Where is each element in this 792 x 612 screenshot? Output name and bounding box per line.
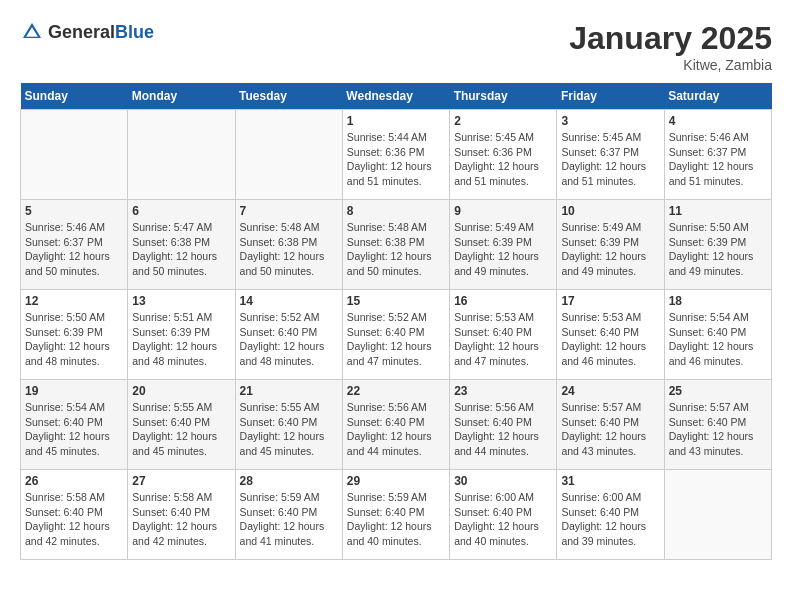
day-info: Sunrise: 5:52 AMSunset: 6:40 PMDaylight:… [347, 310, 445, 369]
day-number: 28 [240, 474, 338, 488]
week-row-2: 5Sunrise: 5:46 AMSunset: 6:37 PMDaylight… [21, 200, 772, 290]
weekday-header-tuesday: Tuesday [235, 83, 342, 110]
day-number: 19 [25, 384, 123, 398]
day-info: Sunrise: 5:49 AMSunset: 6:39 PMDaylight:… [454, 220, 552, 279]
day-number: 5 [25, 204, 123, 218]
calendar-cell: 16Sunrise: 5:53 AMSunset: 6:40 PMDayligh… [450, 290, 557, 380]
week-row-3: 12Sunrise: 5:50 AMSunset: 6:39 PMDayligh… [21, 290, 772, 380]
day-info: Sunrise: 6:00 AMSunset: 6:40 PMDaylight:… [561, 490, 659, 549]
calendar-cell: 20Sunrise: 5:55 AMSunset: 6:40 PMDayligh… [128, 380, 235, 470]
calendar-cell: 14Sunrise: 5:52 AMSunset: 6:40 PMDayligh… [235, 290, 342, 380]
week-row-5: 26Sunrise: 5:58 AMSunset: 6:40 PMDayligh… [21, 470, 772, 560]
calendar-cell: 21Sunrise: 5:55 AMSunset: 6:40 PMDayligh… [235, 380, 342, 470]
calendar-cell: 11Sunrise: 5:50 AMSunset: 6:39 PMDayligh… [664, 200, 771, 290]
day-info: Sunrise: 5:51 AMSunset: 6:39 PMDaylight:… [132, 310, 230, 369]
calendar-cell: 28Sunrise: 5:59 AMSunset: 6:40 PMDayligh… [235, 470, 342, 560]
calendar: SundayMondayTuesdayWednesdayThursdayFrid… [20, 83, 772, 560]
day-number: 29 [347, 474, 445, 488]
logo: GeneralBlue [20, 20, 154, 44]
title-block: January 2025 Kitwe, Zambia [569, 20, 772, 73]
day-number: 11 [669, 204, 767, 218]
calendar-cell: 19Sunrise: 5:54 AMSunset: 6:40 PMDayligh… [21, 380, 128, 470]
day-number: 9 [454, 204, 552, 218]
month-title: January 2025 [569, 20, 772, 57]
day-info: Sunrise: 5:58 AMSunset: 6:40 PMDaylight:… [25, 490, 123, 549]
weekday-header-wednesday: Wednesday [342, 83, 449, 110]
calendar-cell: 25Sunrise: 5:57 AMSunset: 6:40 PMDayligh… [664, 380, 771, 470]
weekday-header-saturday: Saturday [664, 83, 771, 110]
day-info: Sunrise: 5:52 AMSunset: 6:40 PMDaylight:… [240, 310, 338, 369]
day-number: 25 [669, 384, 767, 398]
week-row-4: 19Sunrise: 5:54 AMSunset: 6:40 PMDayligh… [21, 380, 772, 470]
calendar-cell: 4Sunrise: 5:46 AMSunset: 6:37 PMDaylight… [664, 110, 771, 200]
weekday-header-row: SundayMondayTuesdayWednesdayThursdayFrid… [21, 83, 772, 110]
day-number: 14 [240, 294, 338, 308]
day-number: 26 [25, 474, 123, 488]
day-info: Sunrise: 5:56 AMSunset: 6:40 PMDaylight:… [454, 400, 552, 459]
calendar-cell: 6Sunrise: 5:47 AMSunset: 6:38 PMDaylight… [128, 200, 235, 290]
day-number: 16 [454, 294, 552, 308]
day-number: 12 [25, 294, 123, 308]
day-number: 2 [454, 114, 552, 128]
day-info: Sunrise: 5:44 AMSunset: 6:36 PMDaylight:… [347, 130, 445, 189]
calendar-cell: 15Sunrise: 5:52 AMSunset: 6:40 PMDayligh… [342, 290, 449, 380]
day-number: 7 [240, 204, 338, 218]
day-info: Sunrise: 5:56 AMSunset: 6:40 PMDaylight:… [347, 400, 445, 459]
calendar-cell: 7Sunrise: 5:48 AMSunset: 6:38 PMDaylight… [235, 200, 342, 290]
day-number: 8 [347, 204, 445, 218]
day-info: Sunrise: 5:59 AMSunset: 6:40 PMDaylight:… [347, 490, 445, 549]
day-info: Sunrise: 5:46 AMSunset: 6:37 PMDaylight:… [25, 220, 123, 279]
day-info: Sunrise: 5:53 AMSunset: 6:40 PMDaylight:… [561, 310, 659, 369]
calendar-cell [235, 110, 342, 200]
weekday-header-monday: Monday [128, 83, 235, 110]
day-info: Sunrise: 5:57 AMSunset: 6:40 PMDaylight:… [669, 400, 767, 459]
day-number: 24 [561, 384, 659, 398]
calendar-cell: 9Sunrise: 5:49 AMSunset: 6:39 PMDaylight… [450, 200, 557, 290]
day-info: Sunrise: 5:48 AMSunset: 6:38 PMDaylight:… [240, 220, 338, 279]
day-info: Sunrise: 5:54 AMSunset: 6:40 PMDaylight:… [669, 310, 767, 369]
day-number: 3 [561, 114, 659, 128]
day-number: 27 [132, 474, 230, 488]
calendar-cell: 23Sunrise: 5:56 AMSunset: 6:40 PMDayligh… [450, 380, 557, 470]
day-number: 22 [347, 384, 445, 398]
day-number: 23 [454, 384, 552, 398]
weekday-header-friday: Friday [557, 83, 664, 110]
location: Kitwe, Zambia [569, 57, 772, 73]
day-info: Sunrise: 5:50 AMSunset: 6:39 PMDaylight:… [25, 310, 123, 369]
calendar-cell: 13Sunrise: 5:51 AMSunset: 6:39 PMDayligh… [128, 290, 235, 380]
day-info: Sunrise: 5:55 AMSunset: 6:40 PMDaylight:… [132, 400, 230, 459]
day-info: Sunrise: 5:54 AMSunset: 6:40 PMDaylight:… [25, 400, 123, 459]
day-number: 30 [454, 474, 552, 488]
calendar-cell: 8Sunrise: 5:48 AMSunset: 6:38 PMDaylight… [342, 200, 449, 290]
calendar-cell: 12Sunrise: 5:50 AMSunset: 6:39 PMDayligh… [21, 290, 128, 380]
day-number: 18 [669, 294, 767, 308]
day-info: Sunrise: 5:49 AMSunset: 6:39 PMDaylight:… [561, 220, 659, 279]
day-number: 20 [132, 384, 230, 398]
calendar-cell: 17Sunrise: 5:53 AMSunset: 6:40 PMDayligh… [557, 290, 664, 380]
calendar-cell: 29Sunrise: 5:59 AMSunset: 6:40 PMDayligh… [342, 470, 449, 560]
calendar-cell: 18Sunrise: 5:54 AMSunset: 6:40 PMDayligh… [664, 290, 771, 380]
calendar-cell: 2Sunrise: 5:45 AMSunset: 6:36 PMDaylight… [450, 110, 557, 200]
day-info: Sunrise: 5:50 AMSunset: 6:39 PMDaylight:… [669, 220, 767, 279]
weekday-header-thursday: Thursday [450, 83, 557, 110]
day-info: Sunrise: 5:46 AMSunset: 6:37 PMDaylight:… [669, 130, 767, 189]
day-info: Sunrise: 5:45 AMSunset: 6:37 PMDaylight:… [561, 130, 659, 189]
day-info: Sunrise: 6:00 AMSunset: 6:40 PMDaylight:… [454, 490, 552, 549]
calendar-cell [128, 110, 235, 200]
day-info: Sunrise: 5:55 AMSunset: 6:40 PMDaylight:… [240, 400, 338, 459]
day-number: 15 [347, 294, 445, 308]
calendar-cell: 22Sunrise: 5:56 AMSunset: 6:40 PMDayligh… [342, 380, 449, 470]
day-info: Sunrise: 5:58 AMSunset: 6:40 PMDaylight:… [132, 490, 230, 549]
weekday-header-sunday: Sunday [21, 83, 128, 110]
calendar-cell: 3Sunrise: 5:45 AMSunset: 6:37 PMDaylight… [557, 110, 664, 200]
day-number: 17 [561, 294, 659, 308]
calendar-cell: 31Sunrise: 6:00 AMSunset: 6:40 PMDayligh… [557, 470, 664, 560]
week-row-1: 1Sunrise: 5:44 AMSunset: 6:36 PMDaylight… [21, 110, 772, 200]
day-info: Sunrise: 5:53 AMSunset: 6:40 PMDaylight:… [454, 310, 552, 369]
calendar-cell [664, 470, 771, 560]
day-number: 10 [561, 204, 659, 218]
day-info: Sunrise: 5:48 AMSunset: 6:38 PMDaylight:… [347, 220, 445, 279]
day-number: 6 [132, 204, 230, 218]
calendar-cell: 30Sunrise: 6:00 AMSunset: 6:40 PMDayligh… [450, 470, 557, 560]
day-number: 21 [240, 384, 338, 398]
